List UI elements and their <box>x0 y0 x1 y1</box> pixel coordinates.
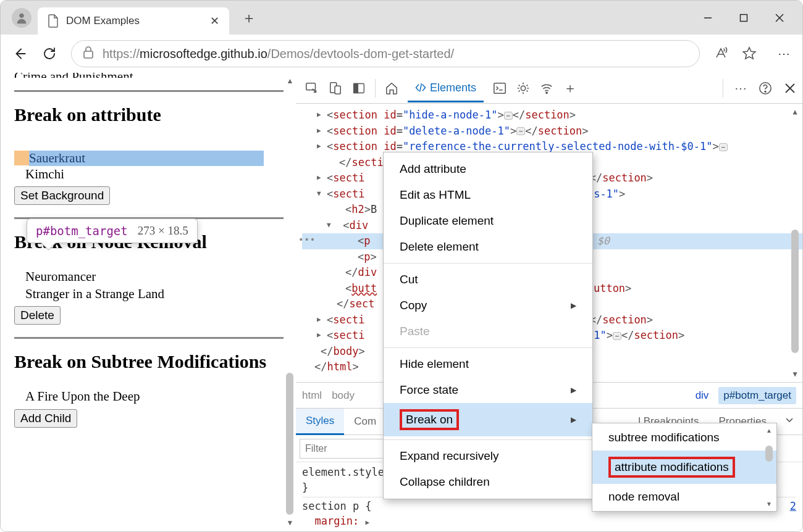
scroll-up-icon[interactable]: ▲ <box>285 77 295 86</box>
svg-rect-8 <box>335 86 340 94</box>
list-item: Neuromancer <box>14 268 284 285</box>
favorite-icon[interactable] <box>742 46 757 61</box>
window-controls <box>690 1 797 35</box>
section-heading-subtree: Break on Subtree Modifications <box>14 351 284 373</box>
svg-point-12 <box>521 86 525 90</box>
expand-icon[interactable]: ▶ <box>317 110 321 120</box>
ctx-duplicate[interactable]: Duplicate element <box>384 208 592 234</box>
settings-menu-icon[interactable]: ⋯ <box>776 46 791 61</box>
expand-icon[interactable]: ▶ <box>317 141 321 152</box>
chevron-right-icon: ▶ <box>571 301 576 310</box>
computed-tab[interactable]: Com <box>344 409 386 434</box>
svg-rect-11 <box>494 83 505 93</box>
welcome-icon[interactable] <box>384 81 399 96</box>
more-tabs-icon[interactable]: ＋ <box>563 81 578 96</box>
read-aloud-icon[interactable] <box>713 46 728 61</box>
section-heading-attr: Break on attribute <box>14 104 284 126</box>
chevron-down-icon[interactable] <box>776 415 802 428</box>
expand-icon[interactable]: ▶ <box>317 173 321 183</box>
ctx-paste: Paste <box>384 318 592 344</box>
ctx-expand[interactable]: Expand recursively <box>384 443 592 469</box>
dock-icon[interactable] <box>351 81 366 96</box>
crumb-target[interactable]: p#botm_target <box>718 387 796 404</box>
elements-tab[interactable]: Elements <box>408 74 484 102</box>
page-icon <box>48 14 59 28</box>
ctx-hide[interactable]: Hide element <box>384 351 592 377</box>
profile-avatar[interactable] <box>12 8 32 28</box>
close-devtools-icon[interactable] <box>783 81 797 96</box>
margin-overlay <box>14 151 29 165</box>
expand-icon[interactable]: ▶ <box>317 126 321 136</box>
clipped-text: Crime and Punishment <box>14 73 284 78</box>
context-menu: Add attribute Edit as HTML Duplicate ele… <box>383 152 593 499</box>
close-window-button[interactable] <box>762 4 797 32</box>
crumb-html[interactable]: html <box>302 389 322 402</box>
back-button[interactable] <box>12 46 28 62</box>
list-item: Stranger in a Strange Land <box>14 286 284 302</box>
collapse-icon[interactable]: ▼ <box>327 220 331 231</box>
svg-rect-6 <box>306 83 316 89</box>
ctx-break-on[interactable]: Break on▶ <box>384 403 592 436</box>
crumb-div[interactable]: div <box>696 389 709 402</box>
devtools-toolbar: Elements ＋ ⋯ <box>296 73 802 104</box>
ctx-collapse[interactable]: Collapse children <box>384 469 592 495</box>
svg-point-13 <box>546 92 547 93</box>
tab-close-icon[interactable]: ✕ <box>210 14 219 28</box>
set-background-button[interactable]: Set Background <box>14 186 110 205</box>
console-icon[interactable] <box>492 81 507 96</box>
list-item: Kimchi <box>14 166 284 183</box>
more-tools-icon[interactable]: ⋯ <box>733 81 748 96</box>
sub-subtree[interactable]: subtree modifications <box>592 425 776 451</box>
maximize-button[interactable] <box>726 4 762 32</box>
scroll-thumb[interactable] <box>286 373 293 515</box>
highlighted-element[interactable]: Sauerkraut <box>14 151 284 166</box>
device-icon[interactable] <box>328 81 343 96</box>
ctx-cut[interactable]: Cut <box>384 267 592 293</box>
sub-node-removal[interactable]: node removal <box>592 484 776 510</box>
svg-rect-5 <box>84 51 93 58</box>
titlebar: DOM Examples ✕ ＋ <box>1 1 802 35</box>
tab-title: DOM Examples <box>66 15 203 27</box>
list-item: A Fire Upon the Deep <box>14 388 284 405</box>
expand-icon[interactable]: ▶ <box>317 330 321 341</box>
styles-tab[interactable]: Styles <box>296 409 344 435</box>
chevron-right-icon: ▶ <box>571 415 576 424</box>
add-child-button[interactable]: Add Child <box>14 409 77 428</box>
help-icon[interactable] <box>758 81 773 96</box>
browser-tab[interactable]: DOM Examples ✕ <box>38 7 229 35</box>
svg-rect-2 <box>741 14 747 21</box>
ctx-delete[interactable]: Delete element <box>384 234 592 260</box>
submenu-scrollbar[interactable]: ▲▼ <box>765 427 773 507</box>
element-tooltip: p#botm_target 273 × 18.5 <box>27 218 198 243</box>
network-icon[interactable] <box>539 81 554 96</box>
ctx-add-attribute[interactable]: Add attribute <box>384 156 592 182</box>
ctx-copy[interactable]: Copy▶ <box>384 293 592 318</box>
new-tab-button[interactable]: ＋ <box>242 8 256 28</box>
scroll-down-icon[interactable]: ▼ <box>285 518 295 528</box>
url-text: https://microsoftedge.github.io/Demos/de… <box>103 47 454 61</box>
devtools-scrollbar[interactable]: ▲▼ <box>790 106 800 380</box>
svg-point-15 <box>765 91 766 92</box>
collapse-icon[interactable]: ▼ <box>317 189 321 199</box>
address-bar[interactable]: https://microsoftedge.github.io/Demos/de… <box>71 40 700 67</box>
lock-icon <box>83 46 94 61</box>
break-on-submenu: subtree modifications attribute modifica… <box>592 423 777 512</box>
crumb-body[interactable]: body <box>332 389 355 402</box>
tooltip-dimensions: 273 × 18.5 <box>138 224 188 238</box>
sources-icon[interactable] <box>516 81 531 96</box>
svg-point-0 <box>19 13 23 17</box>
ctx-force-state[interactable]: Force state▶ <box>384 377 592 403</box>
tooltip-selector: p#botm_target <box>36 224 128 238</box>
inspect-icon[interactable] <box>305 81 319 96</box>
refresh-button[interactable] <box>41 46 57 62</box>
ctx-edit-html[interactable]: Edit as HTML <box>384 182 592 208</box>
delete-button[interactable]: Delete <box>14 306 61 325</box>
page-scrollbar[interactable]: ▲ ▼ <box>285 77 295 528</box>
highlighted-text: Sauerkraut <box>29 151 264 166</box>
minimize-button[interactable] <box>690 4 726 32</box>
sub-attribute[interactable]: attribute modifications <box>592 451 776 484</box>
toolbar: https://microsoftedge.github.io/Demos/de… <box>1 35 802 73</box>
page-viewport: Crime and Punishment Break on attribute … <box>1 73 296 531</box>
expand-icon[interactable]: ▶ <box>317 315 321 325</box>
svg-rect-10 <box>354 83 358 93</box>
